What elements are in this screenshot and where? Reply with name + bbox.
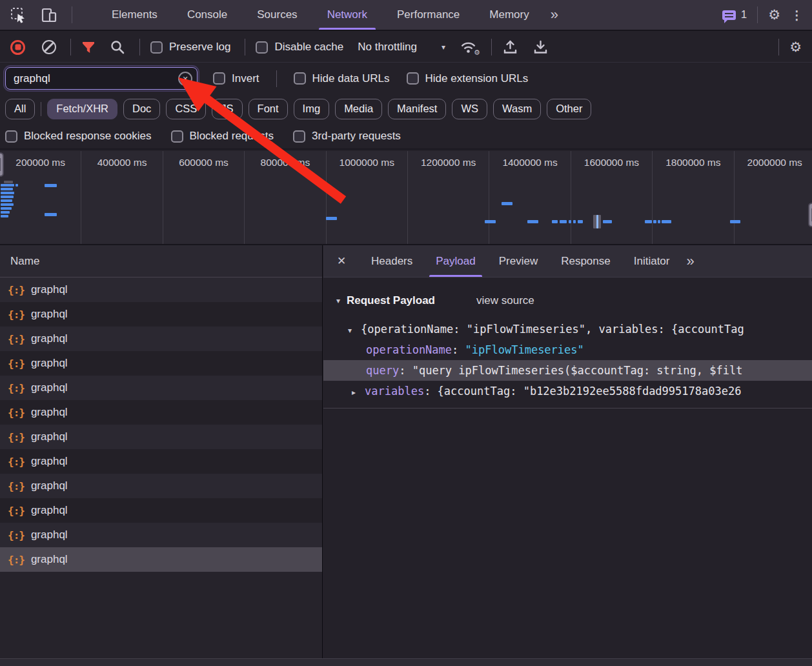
payload-summary-row[interactable]: ▾{operationName: "ipFlowTimeseries", var… bbox=[323, 319, 812, 339]
disable-cache-checkbox[interactable]: Disable cache bbox=[256, 41, 343, 54]
hide-extension-urls-checkbox[interactable]: Hide extension URLs bbox=[407, 72, 529, 85]
details-tab-response[interactable]: Response bbox=[549, 245, 622, 277]
filter-chip-css[interactable]: CSS bbox=[166, 99, 206, 119]
tab-elements[interactable]: Elements bbox=[97, 0, 172, 30]
waterfall-bar bbox=[4, 181, 13, 183]
payload-entry-variables[interactable]: ▸variables: {accountTag: "b12e3b2192ee55… bbox=[323, 381, 812, 401]
filter-chip-wasm[interactable]: Wasm bbox=[493, 99, 541, 119]
request-row[interactable]: {:}graphql bbox=[0, 302, 322, 327]
waterfall-bar bbox=[1, 203, 14, 206]
overview-left-handle[interactable] bbox=[0, 152, 4, 177]
request-name: graphql bbox=[31, 357, 68, 370]
filter-chip-other[interactable]: Other bbox=[547, 99, 591, 119]
more-options-icon[interactable]: ⋮ bbox=[791, 8, 803, 23]
waterfall-bar bbox=[578, 220, 583, 223]
request-row[interactable]: {:}graphql bbox=[0, 474, 322, 498]
request-row[interactable]: {:}graphql bbox=[0, 278, 322, 302]
blocked-cookies-label: Blocked response cookies bbox=[24, 130, 152, 143]
details-tab-initiator[interactable]: Initiator bbox=[622, 245, 682, 277]
request-row[interactable]: {:}graphql bbox=[0, 376, 322, 400]
request-row[interactable]: {:}graphql bbox=[0, 449, 322, 474]
request-payload-section: ▾ Request Payload view source bbox=[323, 289, 812, 312]
checkbox bbox=[407, 72, 419, 85]
request-row[interactable]: {:}graphql bbox=[0, 425, 322, 449]
filter-chip-fetchxhr[interactable]: Fetch/XHR bbox=[47, 99, 117, 119]
invert-checkbox[interactable]: Invert bbox=[213, 72, 259, 85]
blocked-requests-checkbox[interactable]: Blocked requests bbox=[171, 130, 274, 143]
devtools-window: ElementsConsoleSourcesNetworkPerformance… bbox=[0, 0, 812, 666]
details-tab-list: HeadersPayloadPreviewResponseInitiator bbox=[360, 245, 681, 277]
request-row[interactable]: {:}graphql bbox=[0, 498, 322, 523]
request-row[interactable]: {:}graphql bbox=[0, 351, 322, 376]
request-name: graphql bbox=[31, 332, 68, 345]
expander-closed-icon[interactable]: ▸ bbox=[352, 382, 365, 401]
export-har-icon[interactable] bbox=[533, 39, 549, 55]
details-tab-payload[interactable]: Payload bbox=[424, 245, 487, 277]
request-name: graphql bbox=[31, 381, 68, 394]
network-settings-icon[interactable]: ⚙ bbox=[789, 39, 802, 55]
device-toolbar-icon[interactable] bbox=[41, 7, 57, 23]
network-overview-timeline[interactable]: 200000 ms400000 ms600000 ms800000 ms1000… bbox=[0, 151, 812, 245]
tab-network[interactable]: Network bbox=[312, 0, 382, 30]
payload-key: operationName bbox=[366, 343, 452, 356]
import-har-icon[interactable] bbox=[502, 39, 518, 55]
waterfall-bar bbox=[1, 188, 13, 190]
filter-row: ✕ Invert Hide data URLs Hide extension U… bbox=[0, 63, 812, 94]
throttling-select[interactable]: No throttling ▾ bbox=[358, 41, 445, 54]
record-network-log-icon[interactable] bbox=[10, 40, 25, 55]
more-panels-icon[interactable]: » bbox=[544, 6, 563, 23]
filter-chip-manifest[interactable]: Manifest bbox=[388, 99, 446, 119]
filter-chip-js[interactable]: JS bbox=[212, 99, 242, 119]
inspect-element-icon[interactable] bbox=[10, 7, 26, 23]
more-details-tabs-icon[interactable]: » bbox=[681, 245, 698, 277]
filter-chip-font[interactable]: Font bbox=[249, 99, 288, 119]
clear-filter-icon[interactable]: ✕ bbox=[178, 72, 192, 86]
overview-right-handle[interactable] bbox=[808, 203, 812, 227]
expander-open-icon[interactable]: ▾ bbox=[348, 320, 361, 339]
hide-extension-urls-label: Hide extension URLs bbox=[425, 72, 529, 85]
view-source-link[interactable]: view source bbox=[476, 294, 534, 307]
section-expander-icon[interactable]: ▾ bbox=[336, 296, 347, 305]
name-column-header[interactable]: Name bbox=[0, 245, 322, 278]
filter-chip-img[interactable]: Img bbox=[294, 99, 330, 119]
network-conditions-icon[interactable]: ⚙ bbox=[460, 40, 477, 54]
waterfall-bar bbox=[45, 213, 57, 216]
filter-icon[interactable] bbox=[81, 41, 96, 54]
tab-memory[interactable]: Memory bbox=[474, 0, 543, 30]
filter-chip-all[interactable]: All bbox=[5, 99, 35, 119]
issues-indicator[interactable]: 1 bbox=[722, 8, 747, 21]
preserve-log-label: Preserve log bbox=[169, 41, 230, 54]
request-row[interactable]: {:}graphql bbox=[0, 523, 322, 547]
hide-data-urls-checkbox[interactable]: Hide data URLs bbox=[294, 72, 390, 85]
tab-performance[interactable]: Performance bbox=[382, 0, 474, 30]
preserve-log-checkbox[interactable]: Preserve log bbox=[150, 41, 230, 54]
third-party-checkbox[interactable]: 3rd-party requests bbox=[293, 130, 401, 143]
filter-chip-ws[interactable]: WS bbox=[452, 99, 487, 119]
divider bbox=[70, 39, 71, 56]
details-tab-preview[interactable]: Preview bbox=[487, 245, 549, 277]
filter-chip-doc[interactable]: Doc bbox=[123, 99, 160, 119]
payload-entry-query[interactable]: query: "query ipFlowTimeseries($accountT… bbox=[323, 360, 812, 381]
request-row[interactable]: {:}graphql bbox=[0, 327, 322, 351]
request-row[interactable]: {:}graphql bbox=[0, 400, 322, 425]
filter-chip-media[interactable]: Media bbox=[335, 99, 382, 119]
waterfall-bar bbox=[45, 184, 57, 187]
search-icon[interactable] bbox=[110, 39, 125, 55]
close-details-icon[interactable]: ✕ bbox=[323, 245, 360, 277]
request-row[interactable]: {:}graphql bbox=[0, 547, 322, 572]
payload-entry-operationName[interactable]: operationName: "ipFlowTimeseries" bbox=[323, 339, 812, 360]
tab-sources[interactable]: Sources bbox=[242, 0, 312, 30]
filter-input[interactable] bbox=[5, 67, 198, 90]
clear-network-log-icon[interactable] bbox=[42, 40, 56, 54]
third-party-label: 3rd-party requests bbox=[312, 130, 401, 143]
checkbox bbox=[256, 41, 268, 54]
tab-console[interactable]: Console bbox=[172, 0, 242, 30]
blocked-cookies-checkbox[interactable]: Blocked response cookies bbox=[5, 130, 152, 143]
divider bbox=[139, 39, 140, 56]
details-tab-headers[interactable]: Headers bbox=[360, 245, 424, 277]
request-name: graphql bbox=[31, 553, 68, 566]
waterfall-bar bbox=[1, 196, 14, 198]
settings-icon[interactable]: ⚙ bbox=[768, 7, 780, 23]
payload-separator: : bbox=[452, 343, 465, 356]
bottom-scroll-strip[interactable] bbox=[0, 658, 812, 666]
